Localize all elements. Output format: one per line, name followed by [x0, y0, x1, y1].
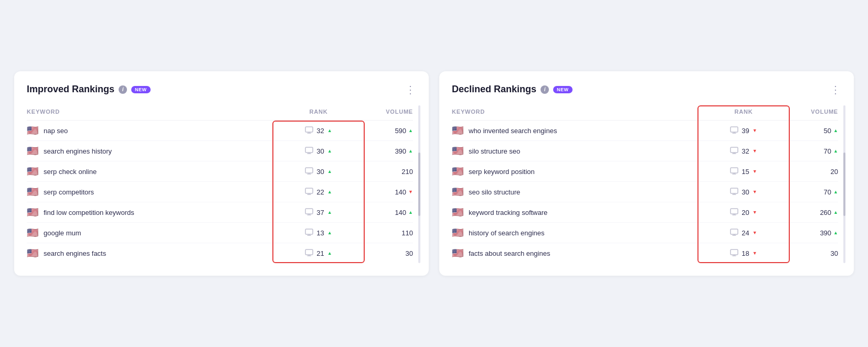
volume-cell: 140▼	[361, 188, 413, 196]
rank-trend-icon: ▲	[327, 128, 332, 133]
flag-icon: 🇺🇸	[27, 228, 38, 237]
declined-title-group: Declined Rankings i NEW	[452, 84, 573, 95]
rank-value: 32	[316, 127, 324, 135]
keyword-cell: 🇺🇸serp competitors	[27, 187, 277, 197]
monitor-icon	[305, 229, 313, 237]
svg-rect-30	[731, 188, 738, 193]
declined-more-icon[interactable]: ⋮	[830, 84, 841, 95]
keyword-cell: 🇺🇸keyword tracking software	[452, 208, 702, 217]
volume-trend-icon: ▲	[408, 128, 413, 133]
volume-cell: 30	[361, 250, 413, 257]
rank-value: 32	[742, 147, 749, 155]
rank-trend-icon: ▲	[327, 148, 332, 154]
rank-cell: 32▼	[702, 147, 786, 156]
volume-cell: 140▲	[361, 209, 413, 216]
volume-trend-icon: ▲	[833, 128, 838, 133]
volume-cell: 590▲	[361, 127, 413, 135]
keyword-cell: 🇺🇸serp keyword position	[452, 167, 702, 176]
declined-scroll-thumb	[843, 153, 845, 215]
rank-trend-icon: ▼	[753, 148, 757, 154]
volume-trend-icon: ▲	[408, 148, 413, 154]
table-row: 🇺🇸serp competitors 22▲140▼	[27, 182, 413, 202]
volume-cell: 30	[786, 250, 838, 257]
svg-rect-21	[731, 127, 738, 132]
rank-value: 37	[316, 209, 324, 216]
rank-trend-icon: ▼	[753, 230, 757, 235]
rank-trend-icon: ▲	[327, 251, 332, 256]
flag-icon: 🇺🇸	[452, 208, 463, 217]
table-row: 🇺🇸find low competition keywords 37▲140▲	[27, 202, 413, 223]
rank-value: 30	[316, 147, 324, 155]
keyword-cell: 🇺🇸google mum	[27, 228, 277, 237]
volume-cell: 110	[361, 229, 413, 237]
rank-value: 13	[316, 229, 324, 237]
declined-table-area: KEYWORD RANK VOLUME 🇺🇸who invented searc…	[452, 105, 841, 263]
declined-scrollbar[interactable]	[843, 105, 845, 263]
rank-cell: 30▲	[277, 167, 361, 176]
volume-cell: 390▲	[786, 229, 838, 237]
volume-cell: 50▲	[786, 127, 838, 135]
svg-rect-0	[305, 127, 313, 132]
svg-rect-18	[305, 250, 313, 255]
volume-value: 30	[406, 250, 413, 257]
volume-cell: 70▲	[786, 188, 838, 196]
keyword-cell: 🇺🇸who invented search engines	[452, 126, 702, 135]
table-row: 🇺🇸who invented search engines 39▼50▲	[452, 121, 838, 141]
panels-container: Improved Rankings i NEW ⋮ KEYWORD RANK V…	[14, 71, 854, 276]
svg-rect-39	[731, 250, 738, 255]
improved-panel-title: Improved Rankings	[27, 84, 114, 95]
improved-table-area: KEYWORD RANK VOLUME 🇺🇸nap seo 32▲590▲🇺🇸s…	[27, 105, 416, 263]
keyword-text: serp competitors	[44, 188, 94, 196]
volume-cell: 70▲	[786, 147, 838, 155]
improved-title-group: Improved Rankings i NEW	[27, 84, 151, 95]
keyword-text: find low competition keywords	[44, 209, 134, 216]
improved-scrollbar[interactable]	[418, 105, 420, 263]
improved-more-icon[interactable]: ⋮	[405, 84, 416, 95]
table-row: 🇺🇸keyword tracking software 20▼260▲	[452, 202, 838, 223]
table-row: 🇺🇸serp check online 30▲210	[27, 161, 413, 182]
table-row: 🇺🇸search engines facts 21▲30	[27, 243, 413, 263]
declined-panel-header: Declined Rankings i NEW ⋮	[452, 84, 841, 95]
volume-cell: 260▲	[786, 209, 838, 216]
declined-new-badge: NEW	[553, 86, 573, 93]
keyword-text: facts about search engines	[469, 250, 550, 257]
table-row: 🇺🇸google mum 13▲110	[27, 223, 413, 243]
svg-rect-12	[305, 209, 313, 214]
keyword-cell: 🇺🇸search engines facts	[27, 248, 277, 258]
flag-icon: 🇺🇸	[452, 167, 463, 176]
improved-rows: 🇺🇸nap seo 32▲590▲🇺🇸search engines histor…	[27, 121, 413, 263]
improved-keyword-col-header: KEYWORD	[27, 109, 277, 115]
volume-value: 110	[401, 229, 413, 237]
monitor-icon	[730, 249, 738, 258]
monitor-icon	[305, 147, 313, 156]
volume-value: 260	[820, 209, 831, 216]
flag-icon: 🇺🇸	[27, 126, 38, 135]
svg-rect-15	[305, 229, 313, 234]
declined-rows: 🇺🇸who invented search engines 39▼50▲🇺🇸si…	[452, 121, 838, 263]
volume-value: 70	[824, 188, 831, 196]
table-row: 🇺🇸nap seo 32▲590▲	[27, 121, 413, 141]
declined-panel-title: Declined Rankings	[452, 84, 536, 95]
declined-info-icon[interactable]: i	[541, 85, 549, 94]
rank-cell: 24▼	[702, 229, 786, 237]
declined-volume-col-header: VOLUME	[786, 109, 838, 115]
svg-rect-33	[731, 209, 738, 214]
flag-icon: 🇺🇸	[452, 248, 463, 258]
table-row: 🇺🇸search engines history 30▲390▲	[27, 141, 413, 161]
volume-value: 140	[395, 209, 406, 216]
keyword-cell: 🇺🇸nap seo	[27, 126, 277, 135]
rank-value: 15	[742, 168, 749, 176]
improved-info-icon[interactable]: i	[119, 85, 127, 94]
monitor-icon	[305, 208, 313, 217]
improved-volume-col-header: VOLUME	[361, 109, 413, 115]
volume-cell: 390▲	[361, 147, 413, 155]
table-row: 🇺🇸seo silo structure 30▼70▲	[452, 182, 838, 202]
rank-value: 30	[742, 188, 749, 196]
volume-value: 210	[401, 168, 413, 176]
keyword-text: keyword tracking software	[469, 209, 547, 216]
keyword-text: history of search engines	[469, 229, 545, 237]
keyword-cell: 🇺🇸serp check online	[27, 167, 277, 176]
keyword-text: google mum	[44, 229, 81, 237]
flag-icon: 🇺🇸	[452, 187, 463, 197]
svg-rect-3	[305, 147, 313, 153]
